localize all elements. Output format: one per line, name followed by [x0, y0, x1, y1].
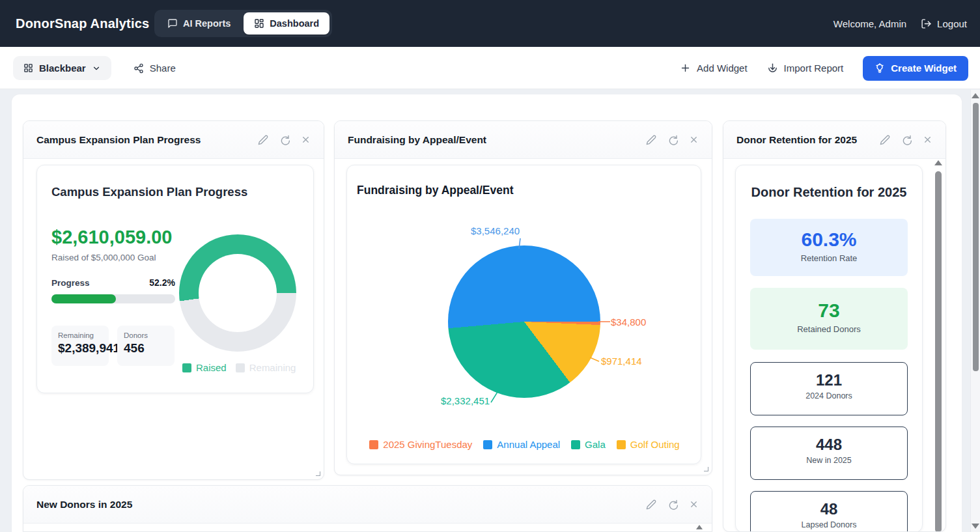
- widget-title: Campus Expansion Plan Progress: [36, 134, 258, 146]
- scrollbar-thumb[interactable]: [935, 171, 942, 532]
- welcome-text: Welcome, Admin: [833, 18, 906, 29]
- share-button[interactable]: Share: [133, 63, 176, 74]
- fundraising-chart-title: Fundraising by Appeal/Event: [357, 184, 514, 197]
- widget-header[interactable]: Fundraising by Appeal/Event: [335, 121, 712, 159]
- donors-2024-label: 2024 Donors: [751, 391, 907, 400]
- slice-label-giving-tuesday: $34,800: [611, 316, 646, 328]
- share-label: Share: [150, 63, 176, 74]
- legend-label: Golf Outing: [630, 439, 680, 450]
- widget-header[interactable]: New Donors in 2025: [23, 486, 712, 524]
- legend-gala[interactable]: Gala: [571, 439, 606, 450]
- scroll-up-arrow[interactable]: [696, 525, 703, 529]
- widget-title: Fundraising by Appeal/Event: [348, 134, 646, 146]
- widget-resize-handle[interactable]: [316, 471, 320, 476]
- campus-goal-card: Campus Expansion Plan Progress $2,610,05…: [36, 165, 314, 393]
- refresh-icon[interactable]: [279, 135, 290, 145]
- donut-hole: [199, 254, 277, 332]
- raised-amount: $2,610,059.00: [51, 227, 172, 248]
- retained-donors-label: Retained Donors: [750, 324, 908, 334]
- slice-label-gala: $2,332,451: [441, 395, 490, 406]
- widget-scrollbar[interactable]: [935, 160, 942, 532]
- tab-ai-reports[interactable]: AI Reports: [157, 12, 241, 35]
- progress-row: Progress 52.2%: [51, 277, 175, 288]
- donors-2024-value: 121: [751, 371, 907, 389]
- import-report-label: Import Report: [784, 63, 844, 74]
- fundraising-chart-card: Fundraising by Appeal/Event $3,546,240 $…: [346, 165, 701, 464]
- refresh-icon[interactable]: [667, 135, 678, 145]
- stat-remaining: Remaining $2,389,941: [51, 326, 109, 366]
- plus-icon: [680, 63, 691, 74]
- close-icon[interactable]: [923, 135, 932, 145]
- add-widget-button[interactable]: Add Widget: [680, 63, 748, 74]
- close-icon[interactable]: [689, 499, 699, 509]
- retention-card: Donor Retention for 2025 60.3% Retention…: [735, 165, 923, 532]
- page-scrollbar[interactable]: [970, 90, 980, 532]
- stat-donors: Donors 456: [117, 326, 175, 366]
- retention-rate-label: Retention Rate: [750, 253, 908, 263]
- create-widget-button[interactable]: Create Widget: [863, 56, 968, 81]
- toolbar-left: Blackbear Share: [13, 47, 176, 89]
- progress-label: Progress: [51, 278, 90, 288]
- dashboard-grid-icon: [254, 18, 264, 29]
- slice-label-golf-outing: $971,414: [601, 356, 642, 367]
- fundraising-pie-chart[interactable]: [448, 245, 600, 398]
- slice-label-annual-appeal: $3,546,240: [471, 225, 520, 236]
- progress-bar-fill: [51, 294, 116, 303]
- grid-icon: [23, 63, 33, 73]
- legend-label: Remaining: [249, 362, 296, 373]
- legend-swatch-raised: [182, 363, 191, 372]
- stat-label: Donors: [124, 331, 168, 339]
- legend-raised[interactable]: Raised: [182, 362, 227, 373]
- stat-value: $2,389,941: [58, 341, 102, 356]
- legend-swatch: [483, 440, 492, 449]
- widget-resize-handle[interactable]: [704, 467, 708, 471]
- close-icon[interactable]: [301, 135, 311, 145]
- campus-stats: Remaining $2,389,941 Donors 456: [51, 326, 175, 366]
- widget-header[interactable]: Campus Expansion Plan Progress: [23, 121, 324, 159]
- logout-icon: [921, 18, 932, 29]
- scrollbar-thumb[interactable]: [973, 103, 979, 371]
- chevron-down-icon: [92, 64, 101, 73]
- widget-donor-retention: Donor Retention for 2025 Donor Retention…: [723, 120, 946, 532]
- refresh-icon[interactable]: [667, 499, 678, 510]
- scroll-up-arrow[interactable]: [972, 93, 979, 98]
- widget-title: Donor Retention for 2025: [736, 134, 880, 146]
- legend-annual-appeal[interactable]: Annual Appeal: [483, 439, 560, 450]
- legend-giving-tuesday[interactable]: 2025 GivingTuesday: [369, 439, 472, 450]
- scroll-up-arrow[interactable]: [934, 160, 942, 165]
- edit-pencil-icon[interactable]: [880, 135, 890, 145]
- goal-caption: Raised of $5,000,000 Goal: [51, 253, 156, 262]
- retention-rate-card: 60.3% Retention Rate: [750, 219, 908, 276]
- widget-header[interactable]: Donor Retention for 2025: [723, 121, 945, 159]
- refresh-icon[interactable]: [901, 135, 912, 145]
- legend-golf-outing[interactable]: Golf Outing: [617, 439, 680, 450]
- dashboard-board: Campus Expansion Plan Progress Campus Ex…: [12, 94, 962, 532]
- legend-label: 2025 GivingTuesday: [383, 439, 472, 450]
- new-2025-value: 448: [751, 436, 907, 454]
- widget-campus-expansion: Campus Expansion Plan Progress Campus Ex…: [23, 120, 324, 480]
- legend-swatch: [617, 440, 626, 449]
- dashboard-selector[interactable]: Blackbear: [13, 56, 111, 80]
- main-area: Campus Expansion Plan Progress Campus Ex…: [0, 89, 980, 532]
- close-icon[interactable]: [689, 135, 699, 145]
- edit-pencil-icon[interactable]: [258, 135, 268, 145]
- edit-pencil-icon[interactable]: [646, 499, 656, 510]
- tab-dashboard[interactable]: Dashboard: [244, 12, 329, 35]
- lapsed-donors-value: 48: [751, 500, 907, 518]
- campus-donut-chart: [179, 234, 296, 352]
- scroll-down-arrow[interactable]: [972, 524, 979, 529]
- widget-new-donors: New Donors in 2025: [23, 485, 712, 532]
- widget-fundraising: Fundraising by Appeal/Event Fundraising …: [334, 120, 712, 475]
- import-icon: [767, 63, 778, 74]
- edit-pencil-icon[interactable]: [646, 135, 656, 145]
- legend-swatch: [369, 440, 378, 449]
- legend-label: Gala: [585, 439, 606, 450]
- create-widget-label: Create Widget: [891, 63, 957, 74]
- dashboard-toolbar: Blackbear Share Add Widget Import Report: [0, 47, 980, 89]
- new-2025-card: 448 New in 2025: [750, 427, 908, 480]
- legend-remaining[interactable]: Remaining: [236, 362, 296, 373]
- logout-button[interactable]: Logout: [921, 18, 967, 29]
- dashboard-selector-label: Blackbear: [39, 63, 86, 74]
- import-report-button[interactable]: Import Report: [767, 63, 844, 74]
- legend-swatch: [571, 440, 580, 449]
